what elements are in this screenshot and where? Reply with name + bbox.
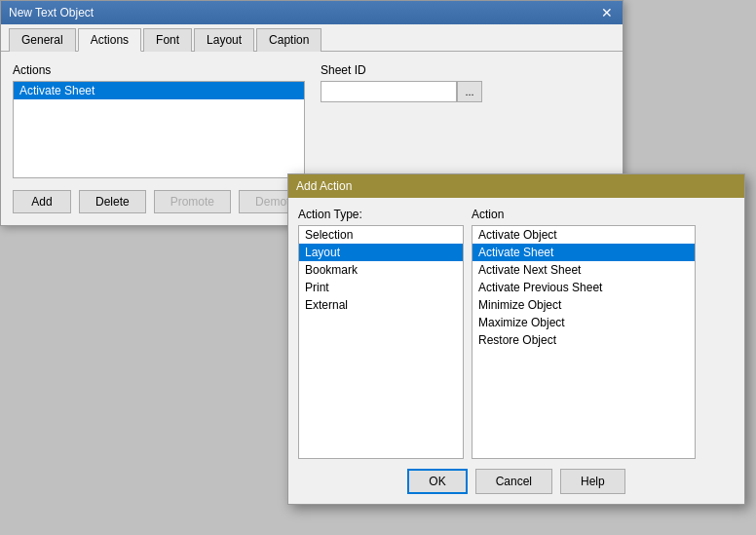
tabs-bar: General Actions Font Layout Caption: [1, 24, 623, 52]
action-header: Action: [472, 208, 696, 221]
add-button[interactable]: Add: [13, 190, 71, 213]
action-activate-next-sheet[interactable]: Activate Next Sheet: [472, 261, 695, 279]
actions-section: Actions Activate Sheet: [13, 63, 305, 178]
action-type-external[interactable]: External: [299, 296, 463, 314]
list-item[interactable]: Activate Sheet: [14, 82, 304, 99]
action-type-column: Action Type: Selection Layout Bookmark P…: [298, 208, 464, 459]
action-minimize-object[interactable]: Minimize Object: [472, 296, 695, 314]
action-restore-object[interactable]: Restore Object: [472, 331, 695, 349]
action-column: Action Activate Object Activate Sheet Ac…: [472, 208, 696, 459]
close-button[interactable]: ✕: [599, 6, 615, 19]
cancel-button[interactable]: Cancel: [475, 469, 552, 494]
tab-general[interactable]: General: [9, 28, 76, 52]
action-activate-previous-sheet[interactable]: Activate Previous Sheet: [472, 279, 695, 296]
add-action-title-text: Add Action: [296, 179, 352, 193]
add-action-dialog: Add Action Action Type: Selection Layout…: [287, 173, 745, 505]
action-activate-object[interactable]: Activate Object: [472, 226, 695, 244]
action-type-list[interactable]: Selection Layout Bookmark Print External: [298, 225, 464, 459]
actions-label: Actions: [13, 63, 305, 77]
sheet-id-label: Sheet ID: [321, 63, 482, 77]
sheet-id-section: Sheet ID ...: [321, 63, 482, 102]
add-action-footer: OK Cancel Help: [298, 469, 735, 494]
help-button[interactable]: Help: [560, 469, 625, 494]
add-action-body: Action Type: Selection Layout Bookmark P…: [288, 198, 744, 504]
action-list[interactable]: Activate Object Activate Sheet Activate …: [472, 225, 696, 459]
delete-button[interactable]: Delete: [79, 190, 146, 213]
sheet-id-row: ...: [321, 81, 482, 102]
action-type-print[interactable]: Print: [299, 279, 463, 296]
action-type-header: Action Type:: [298, 208, 464, 221]
tab-font[interactable]: Font: [143, 28, 192, 52]
dialog-title: New Text Object: [9, 6, 94, 19]
action-activate-sheet[interactable]: Activate Sheet: [472, 244, 695, 261]
action-maximize-object[interactable]: Maximize Object: [472, 314, 695, 331]
sheet-id-input[interactable]: [321, 81, 457, 102]
add-action-title: Add Action: [288, 174, 744, 198]
title-bar: New Text Object ✕: [1, 1, 623, 24]
tab-layout[interactable]: Layout: [194, 28, 254, 52]
action-type-bookmark[interactable]: Bookmark: [299, 261, 463, 279]
add-action-columns: Action Type: Selection Layout Bookmark P…: [298, 208, 735, 459]
tab-actions[interactable]: Actions: [78, 28, 141, 52]
action-type-selection[interactable]: Selection: [299, 226, 463, 244]
ok-button[interactable]: OK: [407, 469, 467, 494]
actions-layout: Actions Activate Sheet Sheet ID ...: [13, 63, 611, 178]
browse-button[interactable]: ...: [457, 81, 482, 102]
actions-list[interactable]: Activate Sheet: [13, 81, 305, 178]
tab-caption[interactable]: Caption: [256, 28, 321, 52]
promote-button[interactable]: Promote: [154, 190, 231, 213]
action-type-layout[interactable]: Layout: [299, 244, 463, 261]
